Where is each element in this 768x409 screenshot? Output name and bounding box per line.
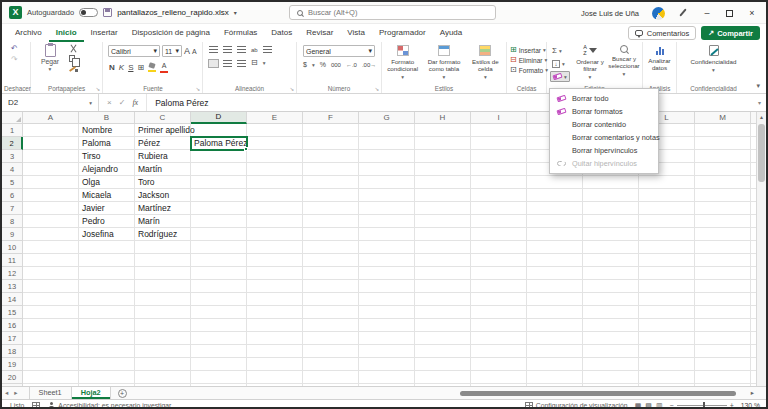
cell-l5[interactable]: [639, 176, 695, 189]
cell-j13[interactable]: [527, 280, 583, 293]
cell-m9[interactable]: [695, 228, 751, 241]
cell-h9[interactable]: [415, 228, 471, 241]
sort-filter-button[interactable]: AZ Ordenar y filtrar ▾: [573, 43, 607, 80]
cell-m17[interactable]: [695, 332, 751, 345]
cell-i17[interactable]: [471, 332, 527, 345]
align-right-icon[interactable]: [237, 60, 246, 67]
cell-h19[interactable]: [415, 358, 471, 371]
autosum-button[interactable]: Σ▾: [550, 45, 570, 56]
tab-inicio[interactable]: Inicio: [49, 24, 84, 42]
cell-i19[interactable]: [471, 358, 527, 371]
fill-color-button[interactable]: [148, 63, 156, 72]
row-header-12[interactable]: 12: [2, 267, 23, 280]
cell-m20[interactable]: [695, 371, 751, 384]
cell-l8[interactable]: [639, 215, 695, 228]
cell-j18[interactable]: [527, 345, 583, 358]
column-header-h[interactable]: H: [415, 112, 471, 124]
zoom-out-icon[interactable]: −: [670, 402, 674, 409]
cell-k19[interactable]: [583, 358, 639, 371]
cell-d10[interactable]: [191, 241, 247, 254]
cell-g18[interactable]: [359, 345, 415, 358]
cell-l13[interactable]: [639, 280, 695, 293]
view-page-break-icon[interactable]: ▥: [656, 402, 663, 409]
cell-a18[interactable]: [23, 345, 79, 358]
cell-f6[interactable]: [303, 189, 359, 202]
cell-m18[interactable]: [695, 345, 751, 358]
decrease-font-icon[interactable]: A: [192, 48, 197, 55]
cell-e8[interactable]: [247, 215, 303, 228]
insert-cells-button[interactable]: ⊞Insertar▾: [510, 46, 546, 54]
cell-l14[interactable]: [639, 293, 695, 306]
sheet-nav-left-icon[interactable]: ◂: [2, 389, 11, 397]
menu-item-borrar-comentarios-y-notas[interactable]: Borrar comentarios y notas: [550, 131, 658, 144]
name-box[interactable]: D2 ▾: [2, 94, 99, 111]
font-size-select[interactable]: 11 ▾: [162, 45, 182, 57]
cell-d1[interactable]: [191, 124, 247, 137]
cell-k11[interactable]: [583, 254, 639, 267]
collapse-ribbon-icon[interactable]: ▾: [756, 82, 760, 90]
cell-e19[interactable]: [247, 358, 303, 371]
cell-k14[interactable]: [583, 293, 639, 306]
autosave-toggle[interactable]: [79, 8, 98, 17]
cell-a4[interactable]: [23, 163, 79, 176]
cell-g8[interactable]: [359, 215, 415, 228]
cell-b12[interactable]: [79, 267, 135, 280]
minimize-button[interactable]: –: [701, 8, 713, 18]
cell-c16[interactable]: [135, 319, 191, 332]
row-header-3[interactable]: 3: [2, 150, 23, 163]
cell-b11[interactable]: [79, 254, 135, 267]
cell-j7[interactable]: [527, 202, 583, 215]
vertical-scrollbar[interactable]: ▴: [756, 112, 766, 386]
cell-f15[interactable]: [303, 306, 359, 319]
cell-a15[interactable]: [23, 306, 79, 319]
cell-i3[interactable]: [471, 150, 527, 163]
cell-f9[interactable]: [303, 228, 359, 241]
cell-h18[interactable]: [415, 345, 471, 358]
cell-b4[interactable]: Alejandro: [79, 163, 135, 176]
cell-e14[interactable]: [247, 293, 303, 306]
cell-c14[interactable]: [135, 293, 191, 306]
cell-b10[interactable]: [79, 241, 135, 254]
cell-a11[interactable]: [23, 254, 79, 267]
cell-h12[interactable]: [415, 267, 471, 280]
cell-h11[interactable]: [415, 254, 471, 267]
cell-c19[interactable]: [135, 358, 191, 371]
sensitivity-button[interactable]: Confidencialidad ▾: [678, 42, 749, 73]
cell-f17[interactable]: [303, 332, 359, 345]
cell-j14[interactable]: [527, 293, 583, 306]
zoom-thumb[interactable]: [703, 402, 705, 409]
cell-h16[interactable]: [415, 319, 471, 332]
cell-k5[interactable]: [583, 176, 639, 189]
cell-i6[interactable]: [471, 189, 527, 202]
row-header-11[interactable]: 11: [2, 254, 23, 267]
paste-button[interactable]: Pegar ▾: [36, 44, 64, 84]
cell-g16[interactable]: [359, 319, 415, 332]
avatar[interactable]: [652, 7, 665, 20]
copy-icon[interactable]: [69, 55, 75, 62]
cell-b15[interactable]: [79, 306, 135, 319]
cell-e3[interactable]: [247, 150, 303, 163]
conditional-formatting-button[interactable]: Formato condicional ▾: [382, 42, 423, 86]
underline-button[interactable]: S: [128, 64, 133, 72]
cell-h13[interactable]: [415, 280, 471, 293]
cell-k20[interactable]: [583, 371, 639, 384]
pencil-icon[interactable]: [678, 8, 688, 18]
cell-e9[interactable]: [247, 228, 303, 241]
cell-e17[interactable]: [247, 332, 303, 345]
cell-d14[interactable]: [191, 293, 247, 306]
cell-j8[interactable]: [527, 215, 583, 228]
cell-f13[interactable]: [303, 280, 359, 293]
font-name-select[interactable]: Calibri ▾: [108, 45, 160, 57]
column-header-c[interactable]: C: [135, 112, 191, 124]
cell-c17[interactable]: [135, 332, 191, 345]
cell-e18[interactable]: [247, 345, 303, 358]
borders-button[interactable]: ⊞: [137, 64, 144, 72]
row-header-4[interactable]: 4: [2, 163, 23, 176]
cell-m12[interactable]: [695, 267, 751, 280]
column-header-f[interactable]: F: [303, 112, 359, 124]
cell-i14[interactable]: [471, 293, 527, 306]
cell-m3[interactable]: [695, 150, 751, 163]
cell-d17[interactable]: [191, 332, 247, 345]
fill-handle[interactable]: [244, 147, 248, 151]
cell-i1[interactable]: [471, 124, 527, 137]
